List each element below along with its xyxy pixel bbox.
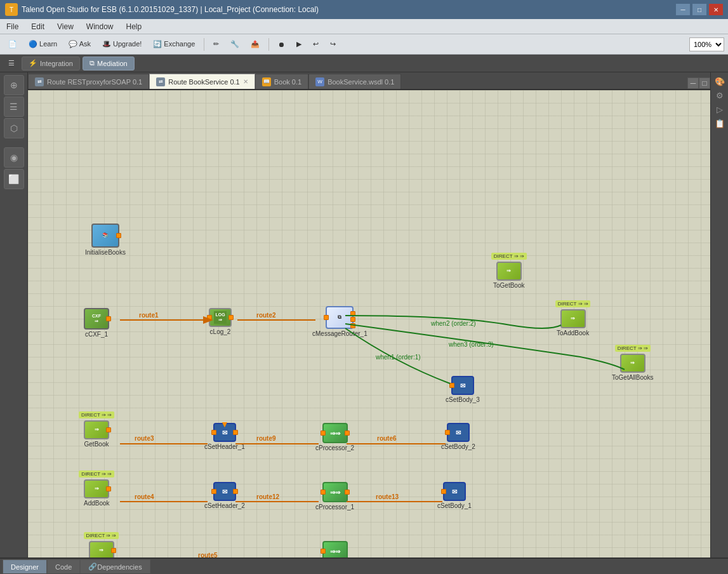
node-label-csetbody1: cSetBody_1: [437, 502, 472, 509]
node-clog2[interactable]: LOG⇒ cLog_2: [209, 308, 232, 335]
node-body-getbook: ⇒: [84, 420, 109, 439]
port-right3-cmessagerouter1[interactable]: [350, 323, 355, 328]
node-csetheader1[interactable]: ▼ ✉ cSetHeader_1: [204, 423, 245, 450]
perspective-mediation[interactable]: ⧉ Mediation: [83, 57, 135, 70]
toolbar-learn[interactable]: 🔵 Learn: [24, 37, 62, 52]
node-csetbody3[interactable]: ✉ cSetBody_3: [446, 376, 480, 403]
port-left-csetbody1[interactable]: [441, 489, 446, 494]
port-right-addbook[interactable]: [106, 486, 111, 491]
port-right-csetheader2[interactable]: [233, 489, 238, 494]
bottom-tab-dependencies[interactable]: 🔗 Dependencies: [80, 559, 150, 573]
conn-label-route9: route9: [256, 435, 276, 442]
port-left-csetbody3[interactable]: [449, 383, 454, 388]
right-icon-run[interactable]: ▷: [713, 103, 726, 116]
tab-book[interactable]: 📖 Book 0.1: [255, 74, 308, 89]
node-icon-getbook: ⇒: [95, 427, 99, 433]
port-left-cprocessor3[interactable]: [321, 549, 326, 554]
node-csetbody1[interactable]: ✉ cSetBody_1: [437, 482, 472, 509]
port-right2-cmessagerouter1[interactable]: [350, 317, 355, 322]
tab-route-bookservice[interactable]: ⇄ Route BookService 0.1 ✕: [149, 74, 255, 89]
node-togetbook[interactable]: DIRECT ⇒ ⇒ ToGetBook: [493, 262, 524, 289]
right-icon-palette[interactable]: 🎨: [713, 75, 726, 88]
node-csetheader2[interactable]: ✉ cSetHeader_2: [204, 482, 245, 509]
node-toaddbook[interactable]: DIRECT ⇒ ⇒ ToAddBook: [557, 309, 589, 337]
node-label-csetbody3: cSetBody_3: [446, 396, 480, 403]
node-csetbody2[interactable]: ✉ cSetBody_2: [441, 423, 475, 450]
port-right-cprocessor1[interactable]: [345, 490, 350, 495]
node-icon-csetbody1: ✉: [452, 488, 457, 495]
toolbar-action3[interactable]: ↩: [308, 37, 323, 52]
canvas-maximize[interactable]: □: [699, 77, 710, 89]
sidebar-icon-4[interactable]: ◉: [4, 147, 24, 168]
node-body-initialisebooks: 📚: [91, 224, 119, 248]
port-right-csetheader1[interactable]: [233, 430, 238, 435]
right-icon-log[interactable]: 📋: [713, 117, 726, 130]
tab-bookservice-wsdl[interactable]: W BookService.wsdl 0.1: [308, 74, 401, 89]
tab-route-restproxy[interactable]: ⇄ Route RESTproxyforSOAP 0.1: [28, 74, 149, 89]
port-right-ccxf1[interactable]: [106, 316, 111, 321]
port-left-cprocessor2[interactable]: [321, 431, 326, 436]
menu-help[interactable]: Help: [124, 21, 145, 32]
sidebar-toggle[interactable]: ☰: [4, 56, 19, 71]
port-left-csetheader2[interactable]: [211, 489, 216, 494]
sidebar-icon-2[interactable]: ☰: [4, 97, 24, 117]
node-cprocessor2[interactable]: ⇒⇒ cProcessor_2: [315, 423, 354, 451]
maximize-button[interactable]: □: [692, 4, 706, 15]
bottom-tab-code[interactable]: Code: [47, 559, 80, 573]
port-left-csetheader1[interactable]: [211, 430, 216, 435]
toolbar-edit1[interactable]: ✏: [209, 37, 223, 52]
port-right-initialisebooks[interactable]: [116, 233, 121, 238]
integration-label: Integration: [40, 60, 73, 67]
when-label-1: when1 (order:1): [376, 354, 421, 361]
node-ccxf1[interactable]: CXF⇒ cCXF_1: [84, 308, 109, 338]
port-right-cprocessor2[interactable]: [345, 431, 350, 436]
toolbar-action4[interactable]: ↪: [326, 37, 340, 52]
node-icon-initialisebooks: 📚: [102, 233, 109, 239]
conn-label-route4: route4: [135, 493, 154, 500]
node-getbook[interactable]: DIRECT ⇒ ⇒ GetBook: [84, 420, 109, 448]
toolbar-exchange[interactable]: 🔄 Exchange: [149, 37, 199, 52]
port-left-cprocessor1[interactable]: [321, 490, 326, 495]
node-addbook[interactable]: DIRECT ⇒ ⇒ AddBook: [84, 479, 110, 507]
node-cprocessor3[interactable]: ⇒⇒ cProcessor_3: [315, 541, 354, 557]
node-label-cprocessor1: cProcessor_1: [315, 504, 354, 511]
right-icon-settings[interactable]: ⚙: [713, 89, 726, 102]
bottom-tabs: Designer Code 🔗 Dependencies: [0, 557, 728, 574]
toolbar-ask[interactable]: 💬 Ask: [64, 37, 95, 52]
menu-window[interactable]: Window: [84, 21, 116, 32]
zoom-select[interactable]: 100% 75% 50% 125% 150%: [689, 37, 724, 51]
toolbar-edit2[interactable]: 🔧: [226, 37, 244, 52]
close-button[interactable]: ✕: [709, 4, 723, 15]
bottom-tab-designer[interactable]: Designer: [3, 559, 47, 573]
node-icon-ccxf1: CXF⇒: [92, 314, 101, 323]
conn-label-route3: route3: [135, 435, 154, 442]
menu-view[interactable]: View: [55, 21, 76, 32]
port-right-getallbooks[interactable]: [111, 548, 116, 553]
minimize-button[interactable]: ─: [676, 4, 690, 15]
toolbar-edit3[interactable]: 📤: [246, 37, 264, 52]
node-cmessagerouter1[interactable]: ⧉ cMessageRouter_1: [312, 306, 367, 337]
toolbar-action2[interactable]: ▶: [292, 37, 306, 52]
node-togetallbooks[interactable]: DIRECT ⇒ ⇒ ToGetAllBooks: [612, 354, 654, 381]
tab-close-2[interactable]: ✕: [243, 78, 248, 85]
port-right-clog2[interactable]: [228, 315, 234, 320]
node-getallbooks[interactable]: DIRECT ⇒ ⇒ GetAllBooks: [84, 541, 119, 557]
port-right-cmessagerouter1[interactable]: [350, 311, 355, 316]
port-left-csetbody2[interactable]: [445, 430, 450, 435]
sidebar-icon-3[interactable]: ⬡: [4, 118, 24, 138]
perspective-integration[interactable]: ⚡ Integration: [22, 57, 80, 70]
port-left-cmessagerouter1[interactable]: [324, 315, 329, 320]
canvas[interactable]: 📚 InitialiseBooks CXF⇒ cCXF_1 route1 LOG…: [28, 90, 710, 557]
node-initialisebooks[interactable]: 📚 InitialiseBooks: [85, 224, 126, 256]
menu-edit[interactable]: Edit: [29, 21, 47, 32]
sidebar-icon-5[interactable]: ⬜: [4, 169, 24, 189]
port-right-getbook[interactable]: [106, 427, 111, 432]
toolbar-new[interactable]: 📄: [4, 37, 22, 52]
port-left-clog2[interactable]: [207, 315, 212, 320]
toolbar-action1[interactable]: ⏺: [274, 37, 289, 52]
menu-file[interactable]: File: [4, 21, 21, 32]
canvas-minimize[interactable]: ─: [687, 77, 699, 89]
node-cprocessor1[interactable]: ⇒⇒ cProcessor_1: [315, 482, 354, 511]
sidebar-icon-1[interactable]: ⊕: [4, 75, 24, 95]
toolbar-upgrade[interactable]: 🎩 Upgrade!: [98, 37, 146, 52]
